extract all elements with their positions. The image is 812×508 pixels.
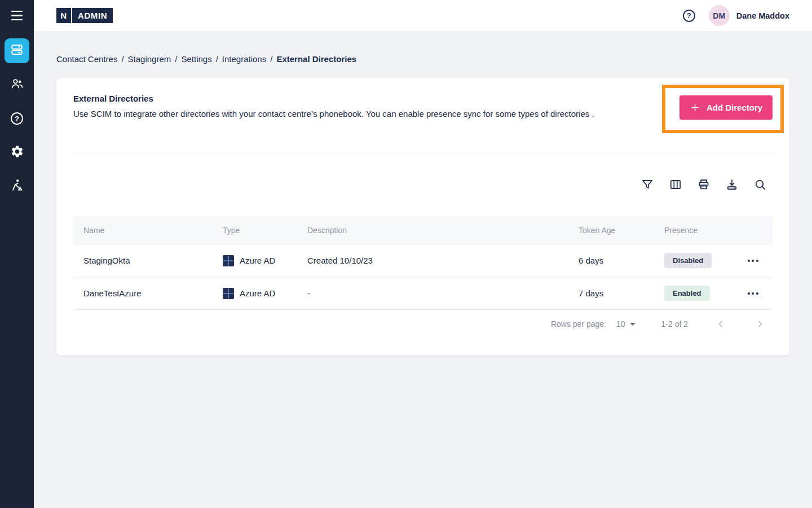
user-menu[interactable]: DM Dane Maddox — [709, 5, 789, 26]
sidebar-item-help[interactable]: ? — [5, 106, 29, 131]
pagination-range: 1-2 of 2 — [661, 319, 688, 329]
breadcrumb-contact-centres[interactable]: Contact Centres — [56, 54, 117, 64]
pagination: Rows per page: 10 1-2 of 2 — [551, 314, 767, 334]
rows-per-page-label: Rows per page: — [551, 319, 606, 329]
logo-admin: ADMIN — [72, 8, 113, 23]
row-actions-icon[interactable] — [733, 292, 773, 295]
topbar: N ADMIN ? DM Dane Maddox — [34, 0, 812, 31]
roadworks-icon — [10, 178, 24, 195]
column-header-token-age: Token Age — [579, 226, 664, 235]
column-header-name: Name — [83, 226, 223, 235]
cell-type: Azure AD — [240, 256, 275, 265]
breadcrumb-separator: / — [270, 54, 272, 64]
sidebar-item-contact-centres[interactable] — [5, 38, 29, 63]
sidebar-item-settings[interactable] — [5, 140, 29, 165]
app-logo: N ADMIN — [56, 8, 113, 23]
page-description: Use SCIM to integrate other directories … — [73, 109, 594, 119]
cell-type: Azure AD — [240, 288, 275, 298]
chevron-down-icon — [630, 323, 636, 326]
breadcrumb-stagingrem[interactable]: Stagingrem — [128, 54, 171, 64]
breadcrumb: Contact Centres / Stagingrem / Settings … — [56, 54, 356, 64]
search-icon[interactable] — [753, 178, 767, 191]
column-header-type: Type — [223, 226, 307, 235]
servers-icon — [10, 42, 24, 59]
print-icon[interactable] — [697, 178, 710, 191]
presence-badge: Enabled — [664, 286, 710, 301]
rows-per-page-value: 10 — [616, 319, 625, 329]
directories-table: Name Type Description Token Age Presence… — [73, 216, 773, 310]
cell-name: DaneTestAzure — [83, 288, 223, 298]
page-title: External Directories — [73, 94, 153, 103]
columns-icon[interactable] — [669, 178, 682, 191]
filter-icon[interactable] — [641, 178, 654, 191]
cell-token-age: 6 days — [579, 256, 664, 265]
sidebar-item-roadworks[interactable] — [5, 174, 29, 199]
settings-gear-icon — [10, 144, 24, 161]
download-icon[interactable] — [725, 178, 739, 191]
external-directories-card: External Directories Use SCIM to integra… — [56, 78, 789, 356]
user-name: Dane Maddox — [736, 11, 789, 20]
rows-per-page-select[interactable]: 10 — [616, 319, 636, 329]
avatar: DM — [709, 5, 730, 26]
add-directory-label: Add Directory — [707, 103, 762, 112]
presence-badge: Disabled — [664, 253, 712, 268]
column-header-presence: Presence — [664, 226, 733, 235]
next-page-icon[interactable] — [753, 317, 767, 331]
cell-token-age: 7 days — [579, 288, 664, 298]
sidebar-item-users[interactable] — [5, 72, 29, 97]
breadcrumb-separator: / — [216, 54, 218, 64]
users-icon — [10, 77, 24, 93]
table-toolbar — [641, 178, 767, 191]
divider — [73, 154, 773, 154]
breadcrumb-separator: / — [175, 54, 177, 64]
table-header-row: Name Type Description Token Age Presence — [73, 216, 773, 244]
row-actions-icon[interactable] — [733, 260, 773, 262]
previous-page-icon[interactable] — [714, 317, 727, 331]
breadcrumb-separator: / — [121, 54, 123, 64]
logo-n: N — [56, 8, 72, 23]
table-row[interactable]: DaneTestAzure Azure AD - 7 days Enabled — [73, 277, 773, 310]
menu-icon[interactable] — [11, 11, 23, 20]
cell-description: - — [307, 288, 579, 298]
breadcrumb-current: External Directories — [276, 54, 356, 64]
azure-ad-icon — [223, 288, 234, 299]
azure-ad-icon — [223, 255, 234, 266]
column-header-description: Description — [307, 226, 579, 235]
breadcrumb-integrations[interactable]: Integrations — [222, 54, 266, 64]
breadcrumb-settings[interactable]: Settings — [181, 54, 211, 64]
plus-icon — [690, 102, 700, 113]
cell-name: StagingOkta — [83, 256, 223, 265]
help-icon[interactable]: ? — [683, 10, 695, 22]
cell-description: Created 10/10/23 — [307, 256, 579, 265]
help-icon: ? — [11, 112, 23, 125]
add-directory-button[interactable]: Add Directory — [679, 95, 773, 120]
sidebar: ? — [0, 0, 34, 508]
table-row[interactable]: StagingOkta Azure AD Created 10/10/23 6 … — [73, 244, 773, 277]
